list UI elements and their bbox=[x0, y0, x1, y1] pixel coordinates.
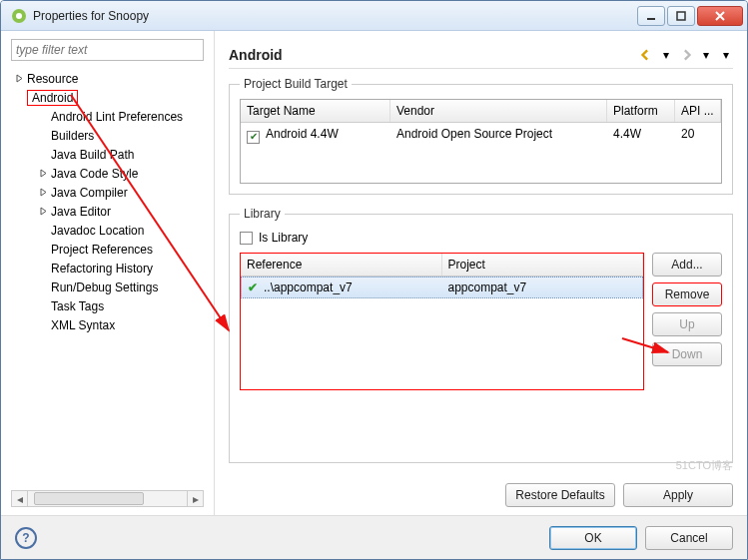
sidebar-item-label: Java Code Style bbox=[51, 167, 138, 181]
remove-button[interactable]: Remove bbox=[652, 282, 722, 306]
sidebar-item-label: Task Tags bbox=[51, 299, 104, 313]
sidebar-item-java-build-path[interactable]: Java Build Path bbox=[9, 145, 210, 164]
sidebar-item-label: Android bbox=[27, 90, 78, 106]
library-legend: Library bbox=[240, 207, 285, 221]
sidebar-item-task-tags[interactable]: Task Tags bbox=[9, 296, 210, 315]
expand-icon[interactable] bbox=[37, 187, 49, 199]
close-button[interactable] bbox=[697, 6, 743, 26]
checkbox-icon[interactable] bbox=[240, 232, 253, 245]
apply-button[interactable]: Apply bbox=[623, 483, 733, 507]
category-tree[interactable]: ResourceAndroidAndroid Lint PreferencesB… bbox=[5, 69, 210, 488]
sidebar-item-label: Refactoring History bbox=[51, 262, 153, 276]
sidebar-item-resource[interactable]: Resource bbox=[9, 69, 210, 88]
down-button[interactable]: Down bbox=[652, 342, 722, 366]
expand-icon[interactable] bbox=[37, 206, 49, 218]
sidebar-item-xml-syntax[interactable]: XML Syntax bbox=[9, 315, 210, 334]
expand-icon bbox=[37, 130, 49, 142]
col-reference[interactable]: Reference bbox=[241, 254, 442, 276]
sidebar: ResourceAndroidAndroid Lint PreferencesB… bbox=[1, 31, 215, 515]
expand-icon[interactable] bbox=[37, 168, 49, 180]
sidebar-item-java-editor[interactable]: Java Editor bbox=[9, 202, 210, 221]
scroll-thumb[interactable] bbox=[34, 492, 144, 505]
build-target-legend: Project Build Target bbox=[240, 77, 352, 91]
expand-icon bbox=[37, 319, 49, 331]
is-library-label: Is Library bbox=[259, 231, 308, 245]
scroll-right-icon[interactable]: ▸ bbox=[187, 491, 203, 506]
forward-icon[interactable] bbox=[679, 48, 693, 62]
expand-icon bbox=[37, 300, 49, 312]
expand-icon bbox=[37, 281, 49, 293]
lib-project: appcompat_v7 bbox=[442, 278, 643, 297]
target-name: Android 4.4W bbox=[266, 127, 339, 141]
expand-icon bbox=[13, 92, 25, 104]
expand-icon[interactable] bbox=[13, 73, 25, 85]
sidebar-item-android[interactable]: Android bbox=[9, 88, 210, 107]
target-vendor: Android Open Source Project bbox=[390, 123, 607, 145]
target-api: 20 bbox=[675, 123, 721, 145]
sidebar-item-run-debug-settings[interactable]: Run/Debug Settings bbox=[9, 278, 210, 296]
expand-icon bbox=[37, 244, 49, 256]
expand-icon bbox=[37, 111, 49, 123]
sidebar-item-android-lint-preferences[interactable]: Android Lint Preferences bbox=[9, 107, 210, 126]
up-button[interactable]: Up bbox=[652, 312, 722, 336]
restore-defaults-button[interactable]: Restore Defaults bbox=[505, 483, 615, 507]
expand-icon bbox=[37, 225, 49, 237]
cancel-button[interactable]: Cancel bbox=[645, 526, 733, 550]
sidebar-item-label: Java Build Path bbox=[51, 148, 134, 162]
titlebar[interactable]: Properties for Snoopy bbox=[1, 1, 747, 31]
col-api[interactable]: API ... bbox=[675, 100, 721, 122]
sidebar-item-label: Run/Debug Settings bbox=[51, 280, 158, 294]
sidebar-item-label: Java Compiler bbox=[51, 186, 128, 200]
sidebar-item-javadoc-location[interactable]: Javadoc Location bbox=[9, 221, 210, 240]
library-group: Library Is Library Reference Project ✔..… bbox=[229, 207, 733, 463]
svg-rect-3 bbox=[677, 12, 685, 20]
sidebar-item-label: Project References bbox=[51, 243, 153, 257]
library-table[interactable]: Reference Project ✔..\appcompat_v7 appco… bbox=[240, 253, 644, 390]
sidebar-item-builders[interactable]: Builders bbox=[9, 126, 210, 145]
app-icon bbox=[11, 8, 27, 24]
expand-icon bbox=[37, 263, 49, 275]
library-row[interactable]: ✔..\appcompat_v7 appcompat_v7 bbox=[241, 277, 643, 298]
build-target-group: Project Build Target Target Name Vendor … bbox=[229, 77, 733, 195]
build-target-table[interactable]: Target Name Vendor Platform API ... Andr… bbox=[240, 99, 722, 184]
sidebar-item-label: Builders bbox=[51, 129, 94, 143]
back-menu-icon[interactable]: ▾ bbox=[659, 48, 673, 62]
help-icon[interactable]: ? bbox=[15, 527, 37, 549]
minimize-button[interactable] bbox=[637, 6, 665, 26]
sidebar-item-label: Javadoc Location bbox=[51, 224, 144, 238]
main-panel: Android ▾ ▾ ▾ Project Build Target Targe… bbox=[215, 31, 747, 515]
sidebar-item-refactoring-history[interactable]: Refactoring History bbox=[9, 259, 210, 278]
build-target-row[interactable]: Android 4.4W Android Open Source Project… bbox=[241, 123, 721, 183]
lib-reference: ..\appcompat_v7 bbox=[264, 280, 353, 294]
view-menu-icon[interactable]: ▾ bbox=[719, 48, 733, 62]
sidebar-item-project-references[interactable]: Project References bbox=[9, 240, 210, 259]
properties-dialog: Properties for Snoopy ResourceAndroidAnd… bbox=[0, 0, 748, 560]
forward-menu-icon[interactable]: ▾ bbox=[699, 48, 713, 62]
filter-input[interactable] bbox=[11, 39, 204, 61]
sidebar-item-label: XML Syntax bbox=[51, 318, 115, 332]
back-icon[interactable] bbox=[639, 48, 653, 62]
add-button[interactable]: Add... bbox=[652, 253, 722, 277]
sidebar-item-java-code-style[interactable]: Java Code Style bbox=[9, 164, 210, 183]
expand-icon bbox=[37, 149, 49, 161]
check-icon: ✔ bbox=[248, 280, 260, 292]
sidebar-hscrollbar[interactable]: ◂ ▸ bbox=[11, 490, 204, 507]
target-checkbox[interactable] bbox=[247, 131, 260, 144]
svg-point-1 bbox=[16, 13, 22, 19]
window-title: Properties for Snoopy bbox=[33, 9, 637, 23]
ok-button[interactable]: OK bbox=[549, 526, 637, 550]
sidebar-item-label: Resource bbox=[27, 72, 78, 86]
is-library-checkbox[interactable]: Is Library bbox=[240, 231, 722, 245]
scroll-left-icon[interactable]: ◂ bbox=[12, 491, 28, 506]
sidebar-item-label: Android Lint Preferences bbox=[51, 110, 183, 124]
sidebar-item-label: Java Editor bbox=[51, 205, 111, 219]
sidebar-item-java-compiler[interactable]: Java Compiler bbox=[9, 183, 210, 202]
col-project[interactable]: Project bbox=[442, 254, 644, 276]
page-title: Android bbox=[229, 47, 633, 63]
dialog-footer: ? OK Cancel bbox=[1, 515, 747, 559]
col-platform[interactable]: Platform bbox=[607, 100, 675, 122]
maximize-button[interactable] bbox=[667, 6, 695, 26]
target-platform: 4.4W bbox=[607, 123, 675, 145]
col-target-name[interactable]: Target Name bbox=[241, 100, 390, 122]
col-vendor[interactable]: Vendor bbox=[390, 100, 607, 122]
